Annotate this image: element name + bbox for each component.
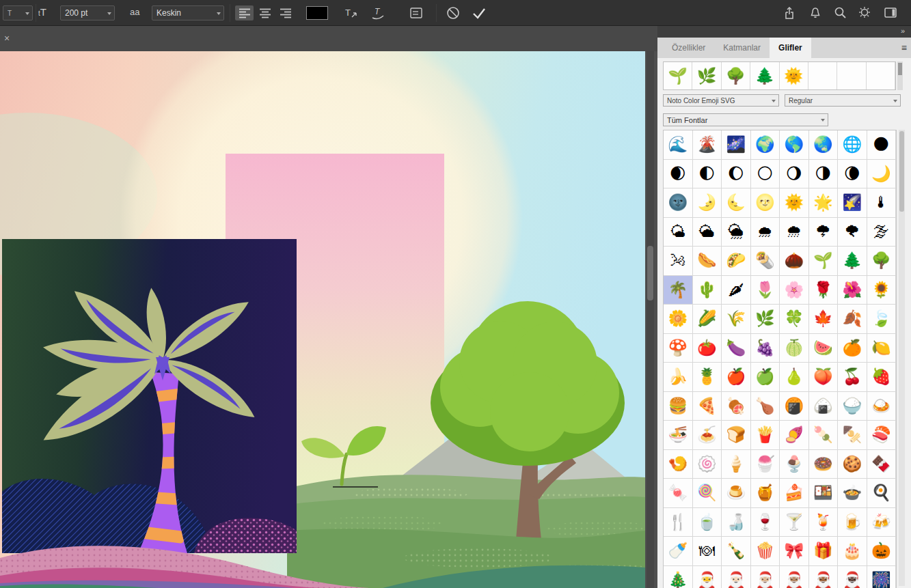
glyph-cell[interactable]: 🍣 xyxy=(867,421,897,450)
glyph-cell[interactable]: 🌽 xyxy=(693,305,722,334)
glyph-cell[interactable]: 🌥 xyxy=(693,218,722,247)
glyph-cell[interactable]: 🍟 xyxy=(751,421,780,450)
glyph-grid-scrollbar[interactable] xyxy=(899,130,905,586)
glyph-cell[interactable]: 🌘 xyxy=(838,160,867,189)
glyph-cell[interactable]: 🍌 xyxy=(664,363,693,392)
tab-glyphs[interactable]: Glifler xyxy=(770,38,811,58)
glyph-cell[interactable]: 🍹 xyxy=(809,508,839,537)
glyph-cell[interactable]: 🌔 xyxy=(722,160,751,189)
glyph-cell[interactable]: 🌡 xyxy=(867,188,897,218)
glyph-cell[interactable]: 🌚 xyxy=(664,188,693,218)
canvas[interactable] xyxy=(0,51,645,588)
glyph-cell[interactable]: 🌠 xyxy=(838,188,867,218)
glyph-cell[interactable]: 🍉 xyxy=(809,334,839,363)
glyph-cell[interactable]: 🌤 xyxy=(664,218,693,247)
align-left-button[interactable] xyxy=(235,5,254,20)
glyph-cell[interactable]: 🍡 xyxy=(809,421,839,450)
warp-text-icon[interactable]: T xyxy=(342,5,359,21)
align-center-button[interactable] xyxy=(256,5,274,20)
glyph-cell[interactable]: 🍤 xyxy=(664,450,693,479)
glyph-cell[interactable]: 🍎 xyxy=(722,363,751,392)
tool-preset-dropdown[interactable]: T xyxy=(3,5,33,20)
glyph-cell[interactable]: 🍼 xyxy=(664,537,693,566)
glyph-cell[interactable]: 🍻 xyxy=(867,508,897,537)
font-style-dropdown[interactable]: Regular xyxy=(785,94,901,107)
placed-image-palm[interactable] xyxy=(2,239,297,553)
glyph-cell[interactable]: 🍦 xyxy=(722,450,751,479)
recent-glyph-cell[interactable] xyxy=(867,62,895,89)
glyph-cell[interactable]: 🍃 xyxy=(867,305,897,334)
glyph-cell[interactable]: 🎃 xyxy=(867,537,897,566)
glyph-cell[interactable]: 🍭 xyxy=(693,479,722,508)
glyph-cell[interactable]: 🌿 xyxy=(751,305,780,334)
glyph-cell[interactable]: 🍫 xyxy=(867,450,897,479)
scrollbar-thumb[interactable] xyxy=(899,131,904,212)
text-color-swatch[interactable] xyxy=(306,6,328,20)
glyph-cell[interactable]: 🎅🏼 xyxy=(751,566,780,588)
glyph-cell[interactable]: 🍄 xyxy=(664,334,693,363)
glyph-cell[interactable]: 🍱 xyxy=(809,479,839,508)
glyph-cell[interactable]: 🍬 xyxy=(664,479,693,508)
glyph-cell[interactable]: 🍏 xyxy=(751,363,780,392)
glyph-cell[interactable]: 🌑 xyxy=(867,130,897,160)
glyph-cell[interactable]: 🌎 xyxy=(780,130,809,160)
bell-icon[interactable] xyxy=(806,5,824,21)
glyph-cell[interactable]: 🎄 xyxy=(664,566,693,588)
glyph-cell[interactable]: 🍨 xyxy=(780,450,809,479)
glyph-cell[interactable]: 🍸 xyxy=(780,508,809,537)
glyph-cell[interactable]: 🌨 xyxy=(780,218,809,247)
glyph-cell[interactable]: 🍰 xyxy=(780,479,809,508)
glyph-cell[interactable]: 🌮 xyxy=(722,247,751,276)
glyph-cell[interactable]: 🍳 xyxy=(867,479,897,508)
recent-glyph-cell[interactable]: 🌳 xyxy=(722,62,750,89)
glyph-cell[interactable]: 🎅🏿 xyxy=(838,566,867,588)
glyph-cell[interactable]: 🎅🏻 xyxy=(722,566,751,588)
glyph-cell[interactable]: 🌬 xyxy=(664,247,693,276)
glyph-cell[interactable]: 🌟 xyxy=(809,188,839,218)
glyph-cell[interactable]: 🍚 xyxy=(838,392,867,421)
glyph-cell[interactable]: 🌻 xyxy=(867,276,897,305)
glyph-cell[interactable]: 🌼 xyxy=(664,305,693,334)
glyph-cell[interactable]: 🍴 xyxy=(664,508,693,537)
glyph-cell[interactable]: 🎅🏾 xyxy=(809,566,839,588)
scrollbar-thumb[interactable] xyxy=(647,246,653,300)
character-panel-toggle-icon[interactable] xyxy=(407,5,425,21)
recent-glyph-cell[interactable] xyxy=(837,62,866,89)
glyph-cell[interactable]: 🍗 xyxy=(751,392,780,421)
glyph-cell[interactable]: 🍾 xyxy=(722,537,751,566)
glyph-cell[interactable]: 🍝 xyxy=(693,421,722,450)
workspace-switcher-icon[interactable] xyxy=(882,5,899,21)
glyph-cell[interactable]: 🌾 xyxy=(722,305,751,334)
glyph-cell[interactable]: 🌭 xyxy=(693,247,722,276)
glyph-cell[interactable]: 🍔 xyxy=(664,392,693,421)
glyph-cell[interactable]: 🍿 xyxy=(751,537,780,566)
glyph-cell[interactable]: 🍒 xyxy=(838,363,867,392)
glyph-cell[interactable]: 🍷 xyxy=(751,508,780,537)
glyph-cell[interactable]: 🌞 xyxy=(780,188,809,218)
glyph-cell[interactable]: 🍙 xyxy=(809,392,839,421)
glyph-cell[interactable]: 🌍 xyxy=(751,130,780,160)
recent-glyph-cell[interactable]: 🌲 xyxy=(750,62,779,89)
glyph-cell[interactable]: 🌒 xyxy=(664,160,693,189)
glyph-cell[interactable]: 🍢 xyxy=(838,421,867,450)
glyph-cell[interactable]: 🌧 xyxy=(751,218,780,247)
glyph-cell[interactable]: 🌰 xyxy=(780,247,809,276)
glyph-cell[interactable]: 🍆 xyxy=(722,334,751,363)
glyph-cell[interactable]: 🍖 xyxy=(722,392,751,421)
glyph-cell[interactable]: 🍵 xyxy=(693,508,722,537)
glyph-cell[interactable]: 🌶 xyxy=(722,276,751,305)
glyph-cell[interactable]: 🍀 xyxy=(780,305,809,334)
glyph-cell[interactable]: 🍂 xyxy=(838,305,867,334)
glyph-cell[interactable]: 🌦 xyxy=(722,218,751,247)
glyph-cell[interactable]: 🍪 xyxy=(838,450,867,479)
font-filter-dropdown[interactable]: Tüm Fontlar xyxy=(663,113,828,126)
glyph-cell[interactable]: 🍺 xyxy=(838,508,867,537)
share-icon[interactable] xyxy=(780,5,798,21)
glyph-cell[interactable]: 🌜 xyxy=(722,188,751,218)
document-close-button[interactable]: × xyxy=(4,33,10,44)
anti-alias-dropdown[interactable]: Keskin xyxy=(152,5,224,20)
glyph-cell[interactable]: 🍇 xyxy=(751,334,780,363)
recent-glyph-cell[interactable]: 🌱 xyxy=(664,62,692,89)
recent-glyph-cell[interactable] xyxy=(808,62,837,89)
glyph-cell[interactable]: 🌴 xyxy=(664,276,693,305)
